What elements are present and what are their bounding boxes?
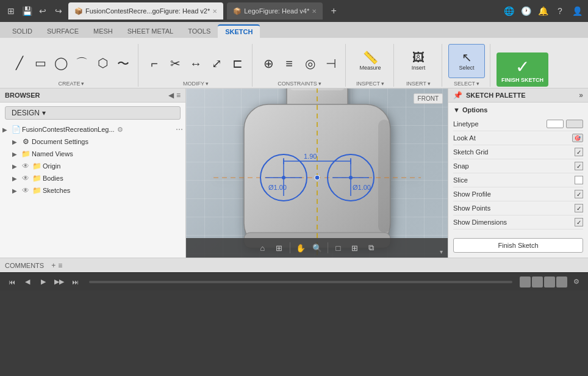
circle-button[interactable]: ◯ bbox=[51, 49, 71, 78]
timeline-item-3[interactable] bbox=[544, 277, 555, 287]
linetype-style-picker[interactable] bbox=[566, 120, 583, 128]
tab-tools[interactable]: TOOLS bbox=[181, 24, 218, 38]
tab-sketch[interactable]: SKETCH bbox=[218, 24, 260, 38]
help-icon[interactable]: ? bbox=[554, 5, 566, 17]
pan-btn[interactable]: ✋ bbox=[293, 241, 308, 255]
design-button[interactable]: DESIGN ▾ bbox=[5, 106, 181, 120]
tab-surface[interactable]: SURFACE bbox=[40, 24, 86, 38]
line-icon: ╱ bbox=[16, 57, 23, 69]
browser-menu-icon[interactable]: ≡ bbox=[176, 91, 181, 99]
origin-label: Origin bbox=[43, 162, 60, 170]
finish-sketch-palette-button[interactable]: Finish Sketch bbox=[453, 238, 583, 253]
status-bar: ⏮ ◀ ▶ ▶▶ ⏭ ⚙ bbox=[0, 272, 588, 291]
bell-icon[interactable]: 🔔 bbox=[537, 5, 549, 17]
play-button[interactable]: ▶ bbox=[37, 275, 50, 289]
timeline-item-1[interactable] bbox=[520, 277, 531, 287]
measure-button[interactable]: 📏 Measure bbox=[352, 44, 389, 78]
show-dimensions-checkbox[interactable] bbox=[575, 218, 583, 226]
comments-expand-icon[interactable]: ≡ bbox=[58, 261, 62, 270]
show-profile-label: Show Profile bbox=[453, 190, 491, 198]
top-bar: ⊞ 💾 ↩ ↪ 📦 FusionContestRecre...goFigure:… bbox=[0, 0, 588, 22]
sketch-grid-checkbox[interactable] bbox=[575, 148, 583, 156]
tab-mesh[interactable]: MESH bbox=[86, 24, 120, 38]
view-cube-btn[interactable]: ⧉ bbox=[364, 241, 379, 255]
undo-icon[interactable]: ↩ bbox=[37, 5, 49, 17]
tree-item-origin[interactable]: ▶ 👁 📁 Origin bbox=[0, 160, 185, 172]
palette-pin-icon[interactable]: 📌 bbox=[453, 91, 462, 99]
grid-btn[interactable]: ⊞ bbox=[348, 241, 362, 255]
tab-1[interactable]: 📦 FusionContestRecre...goFigure: Head v2… bbox=[68, 2, 223, 20]
tree-item-doc-settings[interactable]: ▶ ⚙ Document Settings bbox=[0, 136, 185, 148]
tab-2[interactable]: 📦 LegoFigure: Head v4* ✕ bbox=[227, 2, 323, 20]
constraint-btn-3[interactable]: ◎ bbox=[300, 49, 320, 78]
add-tab-button[interactable]: + bbox=[326, 5, 341, 16]
modify-buttons: ⌐ ✂ ↔ ⤢ ⊏ bbox=[145, 49, 247, 78]
tree-item-bodies[interactable]: ▶ 👁 📁 Bodies bbox=[0, 172, 185, 184]
palette-options-title[interactable]: ▼ Options bbox=[453, 106, 583, 114]
break-button[interactable]: ⤢ bbox=[207, 49, 226, 78]
line-button[interactable]: ╱ bbox=[10, 49, 29, 78]
go-start-button[interactable]: ⏮ bbox=[5, 275, 18, 289]
constraint-btn-2[interactable]: ≡ bbox=[279, 49, 299, 78]
origin-eye-icon[interactable]: 👁 bbox=[21, 161, 30, 171]
arc-button[interactable]: ⌒ bbox=[72, 49, 91, 78]
collinear-icon: ≡ bbox=[285, 57, 293, 70]
select-label: SELECT ▾ bbox=[454, 81, 479, 87]
select-button[interactable]: ↖ Select bbox=[448, 44, 485, 78]
sketches-folder-icon: 📁 bbox=[32, 186, 41, 195]
linetype-picker[interactable] bbox=[547, 120, 564, 128]
tab-2-close[interactable]: ✕ bbox=[312, 8, 317, 15]
save-icon[interactable]: 💾 bbox=[21, 5, 33, 17]
viewport[interactable]: FRONT bbox=[186, 89, 448, 258]
tab-1-close[interactable]: ✕ bbox=[212, 8, 217, 15]
offset-button[interactable]: ⊏ bbox=[228, 49, 247, 78]
clock-icon[interactable]: 🕐 bbox=[520, 5, 532, 17]
tab-sheet-metal[interactable]: SHEET METAL bbox=[120, 24, 181, 38]
extend-button[interactable]: ↔ bbox=[186, 49, 206, 78]
zoom-btn[interactable]: 🔍 bbox=[310, 241, 324, 255]
timeline-item-2[interactable] bbox=[532, 277, 543, 287]
spline-button[interactable]: 〜 bbox=[113, 49, 133, 78]
polygon-button[interactable]: ⬡ bbox=[93, 49, 112, 78]
modify-group: ⌐ ✂ ↔ ⤢ ⊏ MODIFY ▾ bbox=[140, 44, 253, 87]
user-icon[interactable]: 👤 bbox=[571, 5, 583, 17]
show-points-label: Show Points bbox=[453, 204, 490, 212]
home-view-btn[interactable]: ⌂ bbox=[256, 241, 270, 255]
settings-icon[interactable]: ⚙ bbox=[570, 275, 583, 289]
timeline-item-4[interactable] bbox=[556, 277, 567, 287]
bodies-eye-icon[interactable]: 👁 bbox=[21, 173, 30, 183]
fillet-button[interactable]: ⌐ bbox=[145, 49, 164, 78]
trim-button[interactable]: ✂ bbox=[165, 49, 185, 78]
sketches-eye-icon[interactable]: 👁 bbox=[21, 186, 30, 195]
timeline-bar[interactable] bbox=[89, 281, 512, 283]
globe-icon[interactable]: 🌐 bbox=[503, 5, 515, 17]
show-profile-checkbox[interactable] bbox=[575, 190, 583, 198]
tree-item-root[interactable]: ▶ 📄 FusionContestRecreationLeg... ⚙ ⋯ bbox=[0, 123, 185, 136]
tree-item-sketches[interactable]: ▶ 👁 📁 Sketches bbox=[0, 184, 185, 197]
root-gear-icon[interactable]: ⚙ bbox=[117, 126, 123, 134]
root-dots-icon[interactable]: ⋯ bbox=[176, 125, 183, 134]
constraint-btn-4[interactable]: ⊣ bbox=[321, 49, 340, 78]
app-grid-icon[interactable]: ⊞ bbox=[5, 5, 17, 17]
lookat-button[interactable]: 🎯 bbox=[572, 134, 583, 142]
insert-button[interactable]: 🖼 Insert bbox=[400, 44, 437, 78]
rectangle-button[interactable]: ▭ bbox=[30, 49, 50, 78]
slice-checkbox[interactable] bbox=[575, 176, 583, 184]
step-back-button[interactable]: ◀ bbox=[21, 275, 34, 289]
show-points-checkbox[interactable] bbox=[575, 204, 583, 212]
fit-view-btn[interactable]: ⊞ bbox=[272, 241, 287, 255]
snap-checkbox[interactable] bbox=[575, 162, 583, 170]
comments-add-icon[interactable]: + bbox=[51, 261, 56, 270]
palette-expand-icon[interactable]: » bbox=[579, 91, 583, 99]
browser-collapse-icon[interactable]: ◀ bbox=[168, 91, 174, 99]
comments-controls: + ≡ bbox=[51, 261, 62, 270]
go-end-button[interactable]: ⏭ bbox=[68, 275, 82, 289]
step-forward-button[interactable]: ▶▶ bbox=[52, 275, 66, 289]
tab-solid[interactable]: SOLID bbox=[5, 24, 40, 38]
finish-sketch-button[interactable]: ✓ FINISH SKETCH bbox=[497, 52, 548, 87]
tree-item-named-views[interactable]: ▶ 📁 Named Views bbox=[0, 148, 185, 160]
constraint-btn-1[interactable]: ⊕ bbox=[259, 49, 278, 78]
display-mode-btn[interactable]: □ bbox=[331, 241, 346, 255]
redo-icon[interactable]: ↪ bbox=[52, 5, 65, 17]
inspect-chevron-icon: ▾ bbox=[381, 81, 384, 87]
